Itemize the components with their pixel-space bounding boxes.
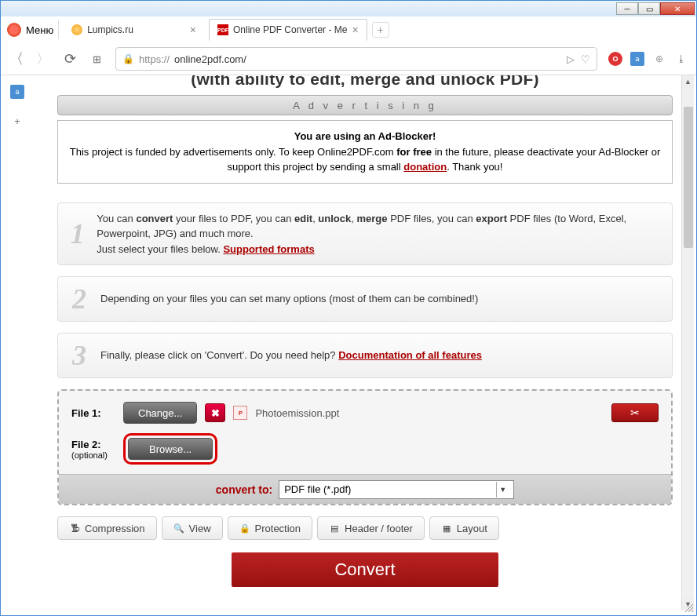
page-heading-partial: (with ability to edit, merge and unlock … — [57, 75, 673, 87]
browser-tab-online2pdf[interactable]: PDF Online PDF Converter - Me × — [209, 19, 367, 41]
tab-title: Online PDF Converter - Me — [233, 24, 347, 35]
opera-logo-icon[interactable] — [7, 23, 21, 37]
send-icon[interactable]: ▷ — [567, 53, 575, 65]
highlight-annotation: Browse... — [123, 433, 217, 465]
convert-to-select[interactable]: PDF file (*.pdf) ▼ — [279, 480, 514, 499]
file-row-2: File 2: (optional) Browse... — [71, 433, 659, 465]
remove-file-button[interactable]: ✖ — [205, 403, 225, 422]
url-scheme: https:// — [139, 53, 170, 65]
close-tab-icon[interactable]: × — [352, 24, 358, 36]
browser-sidebar: a + — [2, 75, 33, 129]
donation-link[interactable]: donation — [403, 161, 447, 173]
file-dropzone[interactable]: File 1: Change... ✖ P Photoemission.ppt … — [57, 389, 673, 505]
browse-file-button[interactable]: Browse... — [128, 438, 213, 460]
layout-icon: ▦ — [441, 523, 452, 534]
header-footer-button[interactable]: ▤Header / footer — [317, 516, 425, 540]
view-button[interactable]: 🔍View — [162, 516, 223, 540]
step-2: 2 Depending on your files you can set ma… — [57, 276, 673, 322]
scrollbar-thumb[interactable] — [684, 107, 693, 248]
step-number: 1 — [69, 220, 86, 248]
adblock-title: You are using an Ad-Blocker! — [294, 130, 436, 142]
split-file-button[interactable]: ✂ — [611, 403, 659, 422]
add-sidebar-icon[interactable]: + — [9, 113, 25, 129]
downloads-icon[interactable]: ⭳ — [674, 52, 688, 66]
file-row-1: File 1: Change... ✖ P Photoemission.ppt … — [71, 402, 659, 424]
extension-icon[interactable]: ⊕ — [652, 52, 666, 66]
compression-button[interactable]: 🗜Compression — [57, 516, 157, 540]
scroll-up-icon[interactable]: ▲ — [682, 75, 694, 88]
search-icon: 🔍 — [173, 523, 184, 534]
bookmark-icon[interactable]: ♡ — [581, 53, 590, 65]
convert-to-value: PDF file (*.pdf) — [284, 483, 351, 495]
new-tab-button[interactable]: + — [372, 22, 389, 38]
lock-icon: 🔒 — [239, 523, 250, 534]
options-row: 🗜Compression 🔍View 🔒Protection ▤Header /… — [57, 516, 673, 540]
file-2-label: File 2: (optional) — [71, 439, 115, 460]
compression-icon: 🗜 — [69, 523, 80, 534]
browser-chrome: Меню Lumpics.ru × PDF Online PDF Convert… — [1, 16, 696, 75]
step-1: 1 You can convert your files to PDF, you… — [57, 202, 673, 266]
reload-button[interactable]: ⟳ — [62, 50, 78, 67]
favicon-icon — [71, 24, 82, 35]
documentation-link[interactable]: Documentation of all features — [338, 349, 482, 361]
convert-to-label: convert to: — [216, 483, 272, 496]
supported-formats-link[interactable]: Supported formats — [223, 243, 314, 255]
address-bar[interactable]: 🔒 https://online2pdf.com/ ▷ ♡ — [115, 47, 597, 71]
step-number: 2 — [69, 285, 89, 313]
lock-icon: 🔒 — [122, 53, 134, 64]
file-1-name: Photoemission.ppt — [255, 407, 339, 419]
maximize-button[interactable]: ▭ — [638, 2, 660, 15]
convert-to-row: convert to: PDF file (*.pdf) ▼ — [59, 474, 671, 504]
chevron-down-icon: ▼ — [496, 482, 509, 498]
translate-sidebar-icon[interactable]: a — [10, 85, 24, 99]
forward-button[interactable]: 〉 — [35, 49, 51, 68]
speed-dial-button[interactable]: ⊞ — [89, 53, 104, 65]
resize-grip-icon[interactable] — [684, 603, 695, 614]
tab-title: Lumpics.ru — [87, 24, 133, 35]
close-tab-icon[interactable]: × — [190, 24, 196, 36]
back-button[interactable]: 〈 — [9, 49, 24, 68]
layout-button[interactable]: ▦Layout — [429, 516, 499, 540]
close-window-button[interactable]: ✕ — [660, 2, 695, 15]
change-file-button[interactable]: Change... — [123, 402, 197, 424]
convert-button[interactable]: Convert — [232, 552, 498, 587]
browser-tab-lumpics[interactable]: Lumpics.ru × — [64, 19, 204, 41]
ppt-file-icon: P — [233, 406, 247, 420]
step-3: 3 Finally, please click on 'Convert'. Do… — [57, 333, 673, 378]
favicon-icon: PDF — [217, 24, 228, 35]
extension-icon[interactable]: O — [608, 52, 622, 66]
window-titlebar: ─ ▭ ✕ — [1, 1, 696, 16]
header-footer-icon: ▤ — [329, 523, 340, 534]
file-1-label: File 1: — [71, 407, 115, 419]
advertising-bar: A d v e r t i s i n g — [57, 95, 673, 115]
vertical-scrollbar[interactable]: ▲ ▼ — [681, 75, 694, 611]
protection-button[interactable]: 🔒Protection — [228, 516, 313, 540]
translate-extension-icon[interactable]: a — [630, 52, 644, 66]
page-content: (with ability to edit, merge and unlock … — [35, 75, 696, 615]
divider — [58, 20, 59, 39]
adblock-notice: You are using an Ad-Blocker! This projec… — [57, 120, 673, 184]
menu-label[interactable]: Меню — [26, 24, 53, 36]
url-host: online2pdf.com/ — [174, 53, 246, 65]
minimize-button[interactable]: ─ — [616, 2, 638, 15]
step-number: 3 — [69, 341, 89, 370]
